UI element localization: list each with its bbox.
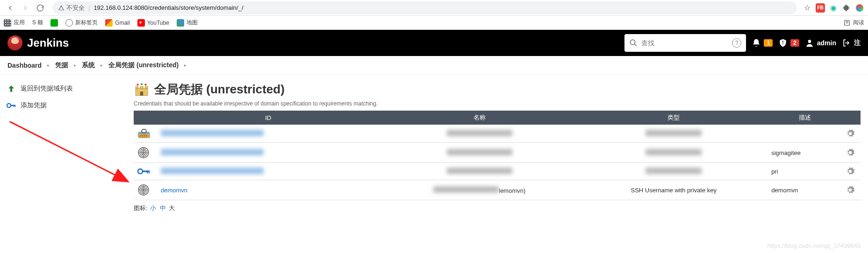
extensions-icon[interactable]: [842, 3, 851, 13]
url-text: 192.168.0.124:8080/credentials/store/sys…: [93, 4, 243, 11]
bookmark-green[interactable]: [50, 19, 58, 27]
cred-type: SSH Username with private key: [580, 180, 768, 200]
jenkins-logo[interactable]: Jenkins: [7, 35, 69, 50]
svg-line-4: [635, 44, 637, 46]
bell-badge: 1: [764, 39, 773, 47]
th-name[interactable]: 名称: [379, 111, 580, 125]
page-title: 全局凭据 (unrestricted): [134, 81, 861, 98]
extension-icons: ☆ FB ◉: [803, 3, 864, 13]
logout-icon: [842, 38, 851, 48]
bell-icon: [752, 38, 761, 48]
configure-button[interactable]: [842, 163, 861, 180]
svg-point-18: [144, 84, 146, 85]
cred-type: [580, 143, 768, 163]
cred-desc: pri: [768, 163, 842, 180]
cred-type: [580, 163, 768, 180]
user-menu[interactable]: admin: [805, 38, 836, 48]
table-row[interactable]: demomvnlemomvn)SSH Username with private…: [134, 180, 861, 200]
bookmarks-bar: 应用 S 额 新标签页 Gmail YouTube 地图 阅读: [0, 16, 868, 30]
ext-color-icon[interactable]: [855, 3, 864, 13]
th-icon[interactable]: [134, 111, 157, 125]
svg-point-6: [808, 40, 811, 43]
svg-rect-32: [147, 171, 148, 174]
configure-button[interactable]: [842, 143, 861, 163]
chevron-right-icon: ▸: [184, 63, 187, 68]
bookmark-s[interactable]: S 额: [32, 19, 43, 27]
cred-desc: [768, 125, 842, 143]
crumb-credentials[interactable]: 凭据: [52, 59, 71, 71]
crumb-global[interactable]: 全局凭据 (unrestricted): [106, 59, 181, 71]
address-bar[interactable]: 不安全 | 192.168.0.124:8080/credentials/sto…: [52, 1, 797, 14]
notifications-button[interactable]: 1: [752, 38, 773, 48]
table-row[interactable]: sigmagitee: [134, 143, 861, 163]
th-id[interactable]: ID: [157, 111, 379, 125]
svg-point-16: [136, 84, 138, 85]
credentials-table: ID 名称 类型 描述 sigmagiteepridemomvnlemomvn)…: [134, 111, 861, 200]
crumb-system[interactable]: 系统: [79, 59, 98, 71]
crumb-dashboard[interactable]: Dashboard: [5, 60, 44, 71]
help-icon[interactable]: ?: [732, 38, 741, 48]
jenkins-mascot-icon: [7, 35, 22, 50]
size-small-link[interactable]: 小: [150, 204, 156, 211]
chevron-right-icon: ▸: [47, 63, 50, 68]
cred-id: demomvn: [157, 180, 379, 200]
bookmark-map[interactable]: 地图: [177, 19, 198, 27]
bookmark-newtab[interactable]: 新标签页: [65, 19, 98, 27]
bookmark-youtube[interactable]: YouTube: [137, 19, 169, 27]
svg-rect-12: [136, 86, 138, 88]
cred-id: [157, 163, 379, 180]
configure-button[interactable]: [842, 180, 861, 200]
configure-button[interactable]: [842, 125, 861, 143]
shield-icon: !: [778, 38, 788, 48]
cred-name: [379, 163, 580, 180]
cred-desc: demomvn: [768, 180, 842, 200]
reload-button[interactable]: [34, 1, 47, 14]
search-input[interactable]: [641, 39, 728, 47]
th-type[interactable]: 类型: [580, 111, 768, 125]
back-to-domains-link[interactable]: 返回到凭据域列表: [4, 80, 122, 97]
table-row[interactable]: [134, 125, 861, 143]
security-button[interactable]: ! 2: [778, 38, 799, 48]
breadcrumbs: Dashboard ▸ 凭据 ▸ 系统 ▸ 全局凭据 (unrestricted…: [0, 56, 868, 75]
cred-type-icon: [134, 180, 157, 200]
main-content: 全局凭据 (unrestricted) Credentials that sho…: [126, 75, 868, 222]
forward-button[interactable]: [19, 1, 32, 14]
svg-rect-13: [140, 86, 143, 88]
star-icon[interactable]: ☆: [803, 3, 812, 13]
svg-point-30: [138, 169, 143, 174]
svg-rect-8: [10, 105, 15, 106]
table-row[interactable]: pri: [134, 163, 861, 180]
size-large-current: 大: [169, 204, 175, 211]
cred-name: [379, 125, 580, 143]
svg-rect-14: [145, 86, 147, 88]
size-medium-link[interactable]: 中: [160, 204, 166, 211]
search-box[interactable]: ?: [624, 34, 746, 52]
cred-type-icon: [134, 163, 157, 180]
chevron-right-icon: ▸: [100, 63, 103, 68]
add-credentials-link[interactable]: 添加凭据: [4, 97, 122, 114]
insecure-warning: 不安全: [58, 4, 85, 12]
bookmark-gmail[interactable]: Gmail: [105, 19, 129, 27]
cred-id: [157, 143, 379, 163]
cred-name: [379, 143, 580, 163]
search-icon: [629, 39, 638, 47]
apps-button[interactable]: 应用: [4, 19, 25, 27]
reading-list-button[interactable]: 阅读: [843, 19, 864, 27]
svg-point-23: [144, 135, 145, 136]
cred-desc: sigmagitee: [768, 143, 842, 163]
svg-rect-31: [142, 171, 150, 172]
svg-point-24: [146, 135, 147, 136]
ext-fb-icon[interactable]: FB: [816, 3, 825, 13]
svg-text:!: !: [782, 40, 783, 45]
up-arrow-icon: [7, 84, 16, 93]
back-button[interactable]: [4, 1, 17, 14]
sidebar: 返回到凭据域列表 添加凭据: [0, 75, 126, 222]
castle-icon: [134, 82, 150, 98]
page-subtitle: Credentials that should be available irr…: [134, 100, 861, 107]
svg-rect-10: [15, 105, 16, 107]
ext-green-icon[interactable]: ◉: [829, 3, 838, 13]
svg-rect-33: [149, 171, 150, 174]
logout-button[interactable]: 注: [842, 38, 861, 48]
th-desc[interactable]: 描述: [768, 111, 842, 125]
cred-id: [157, 125, 379, 143]
